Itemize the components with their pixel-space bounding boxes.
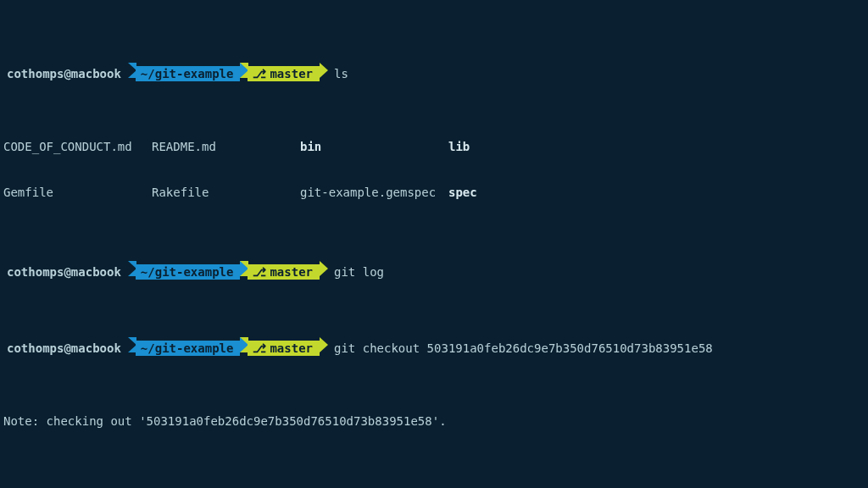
branch-name: master xyxy=(270,341,313,356)
output-line xyxy=(3,459,865,474)
prompt-line: cothomps@macbook ~/git-example ⎇master g… xyxy=(3,337,865,352)
branch-segment: ⎇master xyxy=(248,341,320,356)
branch-icon: ⎇ xyxy=(253,264,266,280)
branch-icon: ⎇ xyxy=(253,341,266,356)
command-text: git checkout 503191a0feb26dc9e7b350d7651… xyxy=(327,341,713,356)
output-line: CODE_OF_CONDUCT.mdREADME.mdbinlib xyxy=(3,139,865,154)
host-segment: cothomps@macbook xyxy=(3,341,128,356)
output-line: Note: checking out '503191a0feb26dc9e7b3… xyxy=(3,413,865,429)
terminal-window[interactable]: cothomps@macbook ~/git-example ⎇master l… xyxy=(0,0,868,488)
branch-segment: ⎇master xyxy=(248,66,320,81)
host-segment: cothomps@macbook xyxy=(3,264,128,280)
output-line: GemfileRakefilegit-example.gemspecspec xyxy=(3,185,865,200)
host-segment: cothomps@macbook xyxy=(3,66,128,81)
path-segment: ~/git-example xyxy=(136,66,241,81)
prompt-line: cothomps@macbook ~/git-example ⎇master g… xyxy=(3,261,865,276)
branch-name: master xyxy=(270,66,313,81)
branch-segment: ⎇master xyxy=(248,264,320,280)
branch-icon: ⎇ xyxy=(253,66,266,81)
prompt-line: cothomps@macbook ~/git-example ⎇master l… xyxy=(3,63,865,78)
command-text: ls xyxy=(327,66,348,81)
branch-name: master xyxy=(270,264,313,280)
command-text: git log xyxy=(327,264,384,280)
path-segment: ~/git-example xyxy=(136,341,241,356)
path-segment: ~/git-example xyxy=(136,264,241,280)
